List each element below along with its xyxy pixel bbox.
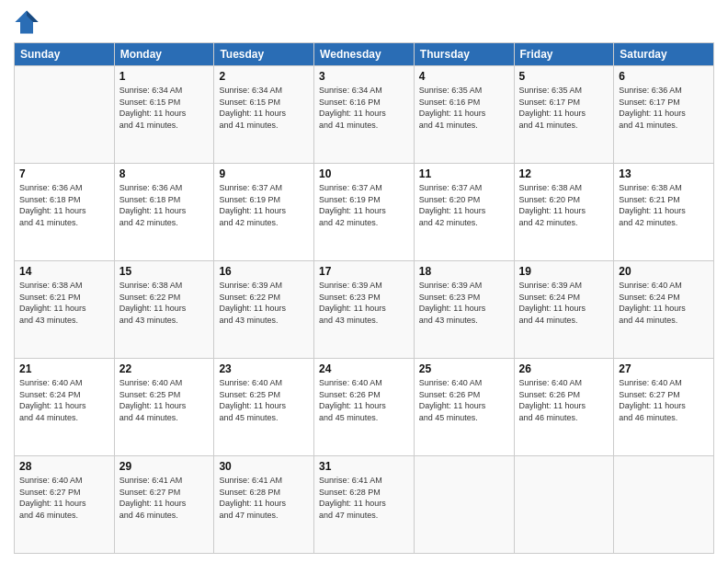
calendar-cell: 19Sunrise: 6:39 AM Sunset: 6:24 PM Dayli… — [514, 261, 614, 359]
calendar-body: 1Sunrise: 6:34 AM Sunset: 6:15 PM Daylig… — [15, 66, 714, 554]
day-number: 18 — [419, 265, 509, 278]
day-info: Sunrise: 6:40 AM Sunset: 6:24 PM Dayligh… — [19, 377, 109, 423]
day-number: 16 — [219, 265, 309, 278]
day-info: Sunrise: 6:41 AM Sunset: 6:28 PM Dayligh… — [319, 475, 409, 521]
day-number: 1 — [119, 70, 210, 83]
week-row-0: 1Sunrise: 6:34 AM Sunset: 6:15 PM Daylig… — [15, 66, 714, 164]
week-row-3: 21Sunrise: 6:40 AM Sunset: 6:24 PM Dayli… — [15, 359, 714, 456]
day-number: 13 — [619, 167, 709, 180]
day-info: Sunrise: 6:36 AM Sunset: 6:17 PM Dayligh… — [619, 85, 709, 131]
day-number: 5 — [519, 70, 609, 83]
header-row: Sunday Monday Tuesday Wednesday Thursday… — [15, 43, 714, 66]
calendar-cell: 29Sunrise: 6:41 AM Sunset: 6:27 PM Dayli… — [114, 456, 214, 554]
calendar-cell: 18Sunrise: 6:39 AM Sunset: 6:23 PM Dayli… — [414, 261, 514, 359]
day-number: 30 — [219, 460, 309, 473]
day-number: 15 — [119, 265, 210, 278]
calendar-cell: 22Sunrise: 6:40 AM Sunset: 6:25 PM Dayli… — [114, 359, 214, 456]
calendar-cell: 2Sunrise: 6:34 AM Sunset: 6:15 PM Daylig… — [214, 66, 314, 164]
calendar-cell — [414, 456, 514, 554]
calendar-cell: 5Sunrise: 6:35 AM Sunset: 6:17 PM Daylig… — [514, 66, 614, 164]
day-info: Sunrise: 6:38 AM Sunset: 6:21 PM Dayligh… — [19, 280, 109, 326]
day-number: 4 — [419, 70, 509, 83]
day-info: Sunrise: 6:38 AM Sunset: 6:21 PM Dayligh… — [619, 182, 709, 228]
calendar-cell: 17Sunrise: 6:39 AM Sunset: 6:23 PM Dayli… — [314, 261, 415, 359]
day-number: 28 — [19, 460, 109, 473]
col-saturday: Saturday — [614, 43, 714, 66]
calendar-cell: 21Sunrise: 6:40 AM Sunset: 6:24 PM Dayli… — [15, 359, 115, 456]
page: Sunday Monday Tuesday Wednesday Thursday… — [0, 0, 728, 563]
col-monday: Monday — [114, 43, 214, 66]
calendar-cell: 23Sunrise: 6:40 AM Sunset: 6:25 PM Dayli… — [214, 359, 314, 456]
day-info: Sunrise: 6:39 AM Sunset: 6:23 PM Dayligh… — [319, 280, 409, 326]
day-info: Sunrise: 6:37 AM Sunset: 6:20 PM Dayligh… — [419, 182, 509, 228]
day-number: 12 — [519, 167, 609, 180]
logo-icon — [14, 9, 40, 35]
day-number: 20 — [619, 265, 709, 278]
day-info: Sunrise: 6:34 AM Sunset: 6:15 PM Dayligh… — [119, 85, 210, 131]
day-number: 2 — [219, 70, 309, 83]
day-number: 29 — [119, 460, 210, 473]
calendar-cell: 12Sunrise: 6:38 AM Sunset: 6:20 PM Dayli… — [514, 164, 614, 261]
day-info: Sunrise: 6:36 AM Sunset: 6:18 PM Dayligh… — [119, 182, 210, 228]
calendar-cell: 11Sunrise: 6:37 AM Sunset: 6:20 PM Dayli… — [414, 164, 514, 261]
day-info: Sunrise: 6:41 AM Sunset: 6:27 PM Dayligh… — [119, 475, 210, 521]
day-info: Sunrise: 6:37 AM Sunset: 6:19 PM Dayligh… — [219, 182, 309, 228]
day-number: 25 — [419, 362, 509, 375]
calendar-cell: 4Sunrise: 6:35 AM Sunset: 6:16 PM Daylig… — [414, 66, 514, 164]
week-row-1: 7Sunrise: 6:36 AM Sunset: 6:18 PM Daylig… — [15, 164, 714, 261]
day-number: 27 — [619, 362, 709, 375]
col-friday: Friday — [514, 43, 614, 66]
day-info: Sunrise: 6:39 AM Sunset: 6:24 PM Dayligh… — [519, 280, 609, 326]
calendar-cell: 15Sunrise: 6:38 AM Sunset: 6:22 PM Dayli… — [114, 261, 214, 359]
calendar-cell: 14Sunrise: 6:38 AM Sunset: 6:21 PM Dayli… — [15, 261, 115, 359]
day-number: 21 — [19, 362, 109, 375]
calendar-cell: 3Sunrise: 6:34 AM Sunset: 6:16 PM Daylig… — [314, 66, 415, 164]
day-number: 11 — [419, 167, 509, 180]
calendar-cell: 24Sunrise: 6:40 AM Sunset: 6:26 PM Dayli… — [314, 359, 415, 456]
day-number: 8 — [119, 167, 210, 180]
col-wednesday: Wednesday — [314, 43, 415, 66]
calendar-cell: 6Sunrise: 6:36 AM Sunset: 6:17 PM Daylig… — [614, 66, 714, 164]
header — [14, 9, 714, 35]
day-info: Sunrise: 6:40 AM Sunset: 6:25 PM Dayligh… — [119, 377, 210, 423]
day-number: 17 — [319, 265, 409, 278]
day-info: Sunrise: 6:40 AM Sunset: 6:26 PM Dayligh… — [419, 377, 509, 423]
day-number: 19 — [519, 265, 609, 278]
day-number: 6 — [619, 70, 709, 83]
day-info: Sunrise: 6:39 AM Sunset: 6:23 PM Dayligh… — [419, 280, 509, 326]
calendar-cell: 25Sunrise: 6:40 AM Sunset: 6:26 PM Dayli… — [414, 359, 514, 456]
day-info: Sunrise: 6:38 AM Sunset: 6:22 PM Dayligh… — [119, 280, 210, 326]
calendar-cell: 16Sunrise: 6:39 AM Sunset: 6:22 PM Dayli… — [214, 261, 314, 359]
day-number: 31 — [319, 460, 409, 473]
calendar-cell: 31Sunrise: 6:41 AM Sunset: 6:28 PM Dayli… — [314, 456, 415, 554]
day-number: 9 — [219, 167, 309, 180]
day-info: Sunrise: 6:40 AM Sunset: 6:24 PM Dayligh… — [619, 280, 709, 326]
calendar-cell: 9Sunrise: 6:37 AM Sunset: 6:19 PM Daylig… — [214, 164, 314, 261]
calendar-cell — [15, 66, 115, 164]
day-info: Sunrise: 6:34 AM Sunset: 6:16 PM Dayligh… — [319, 85, 409, 131]
day-info: Sunrise: 6:40 AM Sunset: 6:27 PM Dayligh… — [619, 377, 709, 423]
calendar-cell: 20Sunrise: 6:40 AM Sunset: 6:24 PM Dayli… — [614, 261, 714, 359]
day-info: Sunrise: 6:34 AM Sunset: 6:15 PM Dayligh… — [219, 85, 309, 131]
calendar-cell — [614, 456, 714, 554]
week-row-4: 28Sunrise: 6:40 AM Sunset: 6:27 PM Dayli… — [15, 456, 714, 554]
day-number: 7 — [19, 167, 109, 180]
calendar-cell: 13Sunrise: 6:38 AM Sunset: 6:21 PM Dayli… — [614, 164, 714, 261]
day-info: Sunrise: 6:36 AM Sunset: 6:18 PM Dayligh… — [19, 182, 109, 228]
day-number: 24 — [319, 362, 409, 375]
calendar-cell: 26Sunrise: 6:40 AM Sunset: 6:26 PM Dayli… — [514, 359, 614, 456]
calendar-cell: 7Sunrise: 6:36 AM Sunset: 6:18 PM Daylig… — [15, 164, 115, 261]
day-number: 10 — [319, 167, 409, 180]
week-row-2: 14Sunrise: 6:38 AM Sunset: 6:21 PM Dayli… — [15, 261, 714, 359]
logo — [14, 9, 43, 35]
day-info: Sunrise: 6:35 AM Sunset: 6:16 PM Dayligh… — [419, 85, 509, 131]
day-number: 22 — [119, 362, 210, 375]
col-tuesday: Tuesday — [214, 43, 314, 66]
calendar-cell: 27Sunrise: 6:40 AM Sunset: 6:27 PM Dayli… — [614, 359, 714, 456]
calendar-cell — [514, 456, 614, 554]
day-info: Sunrise: 6:40 AM Sunset: 6:26 PM Dayligh… — [519, 377, 609, 423]
day-info: Sunrise: 6:40 AM Sunset: 6:26 PM Dayligh… — [319, 377, 409, 423]
day-number: 23 — [219, 362, 309, 375]
calendar-cell: 30Sunrise: 6:41 AM Sunset: 6:28 PM Dayli… — [214, 456, 314, 554]
col-sunday: Sunday — [15, 43, 115, 66]
